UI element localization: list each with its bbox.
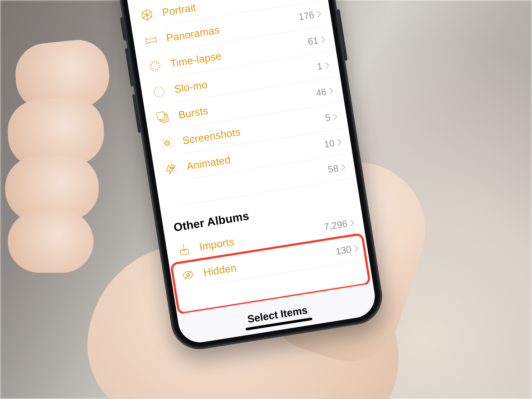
chevron-right-icon — [316, 10, 322, 18]
bursts-icon — [155, 110, 171, 125]
imports-icon — [176, 242, 192, 257]
chevron-right-icon — [332, 112, 338, 121]
chevron-right-icon — [320, 35, 326, 44]
chevron-right-icon — [353, 244, 359, 252]
portrait-icon — [139, 7, 155, 22]
timelapse-icon — [147, 58, 163, 74]
hidden-icon — [180, 267, 196, 283]
screenshot-icon — [159, 135, 175, 151]
album-count: 130 — [335, 244, 352, 257]
album-count: 10 — [323, 138, 335, 150]
album-count: 46 — [315, 86, 327, 99]
chevron-right-icon — [340, 163, 346, 171]
slomo-icon — [151, 84, 167, 99]
album-count: 61 — [307, 35, 319, 47]
chevron-right-icon — [324, 61, 330, 69]
album-count: 7,296 — [323, 218, 348, 233]
album-count: 58 — [327, 163, 339, 175]
chevron-right-icon — [349, 218, 355, 227]
chevron-right-icon — [336, 138, 342, 146]
chevron-right-icon — [328, 87, 334, 95]
panorama-icon — [143, 33, 158, 48]
animated-icon — [164, 161, 179, 176]
album-count: 176 — [298, 9, 315, 23]
